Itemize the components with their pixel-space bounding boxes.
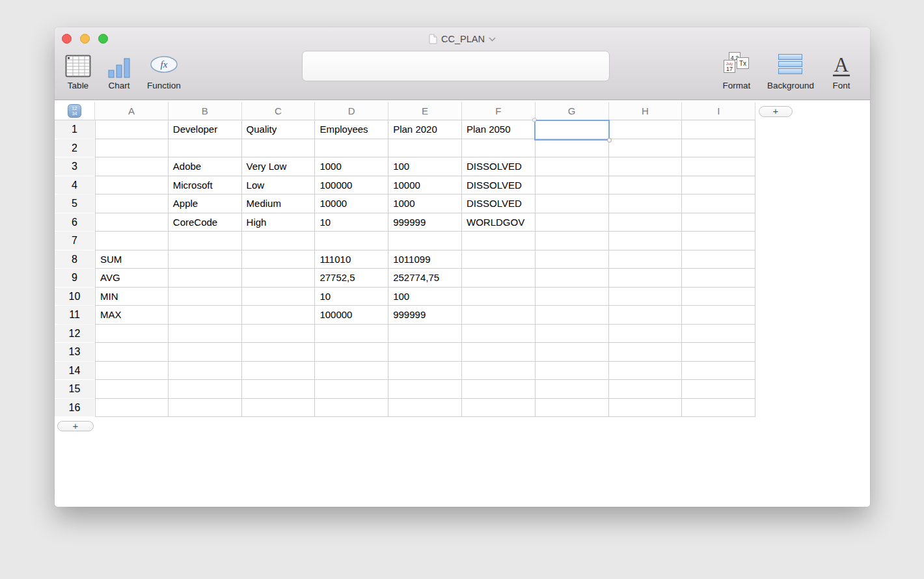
cell-G15[interactable] [536, 380, 609, 399]
cell-E3[interactable]: 100 [388, 157, 462, 176]
cell-A15[interactable] [95, 380, 169, 399]
cell-H13[interactable] [609, 343, 683, 362]
cell-F15[interactable] [462, 380, 536, 399]
cell-D11[interactable]: 100000 [315, 306, 388, 325]
cell-F13[interactable] [462, 343, 536, 362]
cell-A8[interactable]: SUM [95, 250, 169, 269]
cell-H8[interactable] [609, 250, 683, 269]
cell-I5[interactable] [682, 195, 755, 213]
selection-handle-bottom-right[interactable] [607, 138, 612, 142]
row-header-4[interactable]: 4 [55, 176, 95, 195]
cell-G12[interactable] [536, 325, 609, 343]
cell-A2[interactable] [95, 139, 169, 158]
cell-E1[interactable]: Plan 2020 [388, 120, 462, 139]
column-header-H[interactable]: H [609, 102, 683, 120]
row-header-10[interactable]: 10 [55, 288, 95, 306]
column-header-A[interactable]: A [95, 102, 169, 120]
cell-A10[interactable]: MIN [95, 288, 169, 306]
row-header-12[interactable]: 12 [55, 325, 95, 343]
font-button[interactable]: A Font [830, 48, 853, 90]
row-header-8[interactable]: 8 [55, 250, 95, 269]
cell-H6[interactable] [609, 213, 683, 232]
row-header-3[interactable]: 3 [55, 157, 95, 176]
cell-B16[interactable] [169, 399, 242, 418]
column-header-E[interactable]: E [388, 102, 462, 120]
cell-B2[interactable] [169, 139, 242, 158]
cell-H15[interactable] [609, 380, 683, 399]
cell-D2[interactable] [315, 139, 388, 158]
cell-E13[interactable] [388, 343, 462, 362]
cell-C6[interactable]: High [242, 213, 316, 232]
cell-I7[interactable] [682, 232, 755, 250]
table-corner-cell[interactable]: 1234 [55, 102, 95, 120]
cell-C5[interactable]: Medium [242, 195, 316, 213]
cell-H5[interactable] [609, 195, 683, 213]
column-header-G[interactable]: G [536, 102, 609, 120]
row-header-2[interactable]: 2 [55, 139, 95, 158]
cell-D5[interactable]: 10000 [315, 195, 388, 213]
cell-G13[interactable] [536, 343, 609, 362]
cell-F10[interactable] [462, 288, 536, 306]
cell-D9[interactable]: 27752,5 [315, 269, 388, 288]
cell-G10[interactable] [536, 288, 609, 306]
cell-C3[interactable]: Very Low [242, 157, 316, 176]
cell-F3[interactable]: DISSOLVED [462, 157, 536, 176]
column-header-C[interactable]: C [242, 102, 316, 120]
cell-D15[interactable] [315, 380, 388, 399]
cell-B1[interactable]: Developer [169, 120, 242, 139]
cell-D1[interactable]: Employees [315, 120, 388, 139]
cell-D14[interactable] [315, 362, 388, 381]
cell-I11[interactable] [682, 306, 755, 325]
cell-D13[interactable] [315, 343, 388, 362]
cell-E7[interactable] [388, 232, 462, 250]
cell-C2[interactable] [242, 139, 316, 158]
row-header-5[interactable]: 5 [55, 195, 95, 213]
cell-H7[interactable] [609, 232, 683, 250]
row-header-11[interactable]: 11 [55, 306, 95, 325]
cell-H4[interactable] [609, 176, 683, 195]
cell-D8[interactable]: 111010 [315, 250, 388, 269]
cell-A3[interactable] [95, 157, 169, 176]
cell-A16[interactable] [95, 399, 169, 418]
cell-H2[interactable] [609, 139, 683, 158]
cell-D16[interactable] [315, 399, 388, 418]
cell-G9[interactable] [536, 269, 609, 288]
row-header-13[interactable]: 13 [55, 343, 95, 362]
cell-I15[interactable] [682, 380, 755, 399]
cell-H9[interactable] [609, 269, 683, 288]
column-header-I[interactable]: I [682, 102, 755, 120]
cell-A14[interactable] [95, 362, 169, 381]
cell-D3[interactable]: 1000 [315, 157, 388, 176]
cell-G3[interactable] [536, 157, 609, 176]
cell-G4[interactable] [536, 176, 609, 195]
cell-I12[interactable] [682, 325, 755, 343]
cell-A7[interactable] [95, 232, 169, 250]
cell-H1[interactable] [609, 120, 683, 139]
cell-G8[interactable] [536, 250, 609, 269]
row-header-15[interactable]: 15 [55, 380, 95, 399]
cell-D12[interactable] [315, 325, 388, 343]
cell-I1[interactable] [682, 120, 755, 139]
cell-I10[interactable] [682, 288, 755, 306]
cell-G2[interactable] [536, 139, 609, 158]
function-button[interactable]: fx Function [147, 48, 181, 90]
cell-E5[interactable]: 1000 [388, 195, 462, 213]
selected-cell-outline[interactable] [534, 120, 610, 141]
cell-A11[interactable]: MAX [95, 306, 169, 325]
cell-C15[interactable] [242, 380, 316, 399]
background-button[interactable]: Background [767, 48, 814, 90]
cell-E14[interactable] [388, 362, 462, 381]
cell-F7[interactable] [462, 232, 536, 250]
cell-B3[interactable]: Adobe [169, 157, 242, 176]
cell-H12[interactable] [609, 325, 683, 343]
cell-F14[interactable] [462, 362, 536, 381]
cell-A4[interactable] [95, 176, 169, 195]
cell-E12[interactable] [388, 325, 462, 343]
cell-B10[interactable] [169, 288, 242, 306]
cell-A12[interactable] [95, 325, 169, 343]
cell-G16[interactable] [536, 399, 609, 418]
cell-C11[interactable] [242, 306, 316, 325]
cell-B8[interactable] [169, 250, 242, 269]
cell-B5[interactable]: Apple [169, 195, 242, 213]
window-title[interactable]: CC_PLAN [441, 34, 485, 44]
